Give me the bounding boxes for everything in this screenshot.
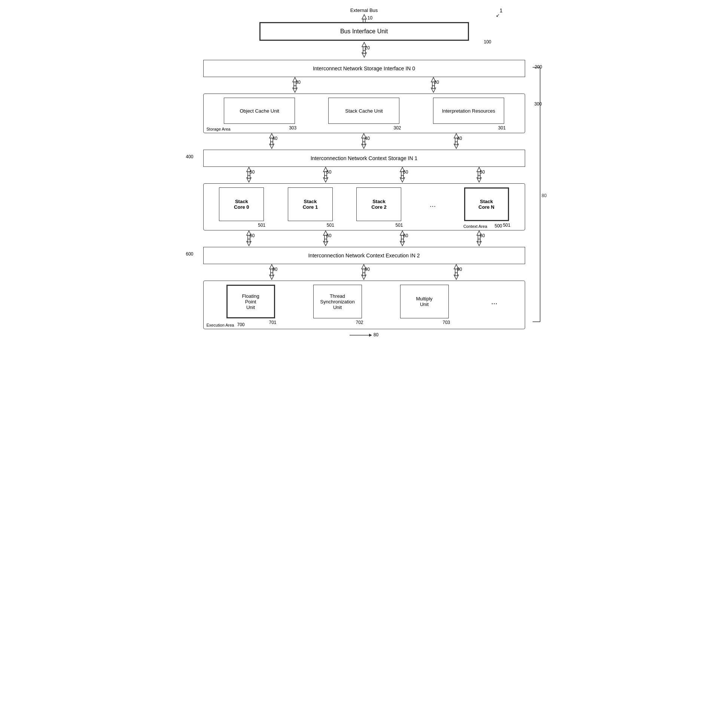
svg-rect-55 <box>401 239 403 242</box>
context-area: Stack Core 0 501 Stack Core 1 501 Stack … <box>203 183 525 231</box>
svg-rect-51 <box>325 239 327 242</box>
context-area-ref: 500 <box>494 223 502 229</box>
stack-core-2-col: Stack Core 2 501 <box>356 187 401 221</box>
external-bus-label: External Bus <box>350 8 378 13</box>
mu-label: Multiply Unit <box>416 296 432 307</box>
stack-core-0-box: Stack Core 0 <box>219 187 264 221</box>
stack-core-n-label: Stack Core N <box>478 199 494 210</box>
arrow-50-2: 50 <box>318 167 333 184</box>
arrow-20-label: 20 <box>365 45 370 50</box>
svg-rect-59 <box>478 239 480 242</box>
arrow-60-3: 60 <box>395 230 410 248</box>
arrow-60-1: 60 <box>241 230 256 248</box>
mu-box: Multiply Unit <box>400 285 449 318</box>
interconnect2-box: Interconnection Network Context Storage … <box>203 150 525 167</box>
interconnect1-row: Interconnect Network Storage Interface I… <box>203 60 525 77</box>
svg-marker-73 <box>369 334 372 337</box>
fpu-col: Floating Point Unit 701 <box>227 285 275 318</box>
interp-box: Interpretation Resources <box>433 98 504 124</box>
arrow-40-1-label: 40 <box>273 136 277 141</box>
right-bracket-80: 80 <box>529 67 547 324</box>
interconnect2-ref-left: 400 <box>186 154 193 159</box>
arrow-40-2-label: 40 <box>365 136 369 141</box>
context-inner: Stack Core 0 501 Stack Core 1 501 Stack … <box>207 187 521 221</box>
arrows-50-row: 50 50 50 <box>203 167 525 183</box>
execution-area: Floating Point Unit 701 Thread Synchroni… <box>203 281 525 329</box>
fpu-box: Floating Point Unit <box>227 285 275 318</box>
interp-label: Interpretation Resources <box>441 107 497 115</box>
arrow-50-4: 50 <box>472 167 487 184</box>
mu-ref: 703 <box>442 320 450 325</box>
biu-box: Bus Interface Unit <box>259 22 469 41</box>
stack-core-0-col: Stack Core 0 501 <box>219 187 264 221</box>
stack-core-n-col: Stack Core N 501 <box>464 187 509 221</box>
arrow-40-3-label: 40 <box>457 136 462 141</box>
exec-dots: ... <box>487 297 502 306</box>
ref-1-arrow: ↙ <box>496 13 500 18</box>
svg-rect-23 <box>363 142 365 145</box>
svg-rect-7 <box>363 50 365 54</box>
arrow-40-1: 40 <box>264 133 279 150</box>
storage-inner: Object Cache Unit 303 Stack Cache Unit 3… <box>207 98 521 124</box>
bottom-80-label: 80 <box>374 332 379 339</box>
interconnect2-row: 400 Interconnection Network Context Stor… <box>203 150 525 167</box>
arrow-40-2: 40 <box>356 133 371 150</box>
object-cache-label: Object Cache Unit <box>239 108 279 114</box>
svg-rect-63 <box>271 273 273 276</box>
svg-rect-43 <box>478 176 480 179</box>
arrow-50-1: 50 <box>241 167 256 184</box>
diagram-container: 1 ↙ External Bus 10 Bus Interface Unit 1… <box>203 8 525 339</box>
arrow-60-2: 60 <box>318 230 333 248</box>
svg-rect-19 <box>271 142 273 145</box>
tsu-ref: 702 <box>356 320 363 325</box>
interp-col: Interpretation Resources 301 <box>433 98 504 124</box>
mu-col: Multiply Unit 703 <box>400 285 449 318</box>
external-bus-section: External Bus 10 <box>203 8 525 21</box>
svg-rect-71 <box>455 273 457 276</box>
object-cache-col: Object Cache Unit 303 <box>224 98 295 124</box>
svg-marker-0 <box>362 15 366 19</box>
arrow-70: 60 <box>472 230 487 248</box>
tsu-col: Thread Synchronization Unit 702 <box>313 285 362 318</box>
storage-area-label: Storage Area <box>207 127 231 131</box>
fpu-ref: 701 <box>269 320 276 325</box>
object-cache-ref: 303 <box>289 125 296 130</box>
arrow-50-3: 50 <box>395 167 410 184</box>
arrows-30-row: 30 30 <box>203 77 525 93</box>
arrow-40-3: 40 <box>449 133 464 150</box>
stack-core-1-box: Stack Core 1 <box>288 187 333 221</box>
stack-core-2-box: Stack Core 2 <box>356 187 401 221</box>
dots-separator: ... <box>425 200 440 209</box>
biu-ref: 100 <box>484 39 491 44</box>
svg-rect-11 <box>294 86 296 89</box>
arrow-10-label: 10 <box>368 15 372 21</box>
stack-core-n-ref: 501 <box>503 223 510 228</box>
bottom-80-arrow <box>349 332 372 339</box>
interconnect1-box: Interconnect Network Storage Interface I… <box>203 60 525 77</box>
stack-core-1-col: Stack Core 1 501 <box>288 187 333 221</box>
execution-area-label: Execution Area <box>207 323 234 327</box>
interconnect3-row: 600 Interconnection Network Context Exec… <box>203 247 525 264</box>
stack-core-2-label: Stack Core 2 <box>371 199 386 210</box>
stack-core-0-ref: 501 <box>258 223 265 228</box>
svg-rect-27 <box>455 142 457 145</box>
stack-cache-col: Stack Cache Unit 302 <box>328 98 399 124</box>
arrow-90-2: 90 <box>356 264 371 281</box>
object-cache-box: Object Cache Unit <box>224 98 295 124</box>
arrow-30-left: 30 <box>287 77 302 94</box>
arrow-90-3: 90 <box>449 264 464 281</box>
fpu-label: Floating Point Unit <box>242 293 259 310</box>
execution-area-ref: 700 <box>237 322 245 327</box>
stack-cache-ref: 302 <box>393 125 401 130</box>
svg-rect-35 <box>325 176 327 179</box>
arrow-90-1: 90 <box>264 264 279 281</box>
interconnect3-box: Interconnection Network Context Executio… <box>203 247 525 264</box>
interconnect3-ref-left: 600 <box>186 251 193 257</box>
arrow-30-left-label: 30 <box>296 80 300 85</box>
arrows-40-row: 40 40 40 <box>203 133 525 150</box>
stack-core-n-box: Stack Core N <box>464 187 509 221</box>
svg-text:80: 80 <box>542 193 547 198</box>
stack-core-0-label: Stack Core 0 <box>234 199 249 210</box>
arrow-30-right-label: 30 <box>434 80 439 85</box>
tsu-label: Thread Synchronization Unit <box>320 293 355 310</box>
